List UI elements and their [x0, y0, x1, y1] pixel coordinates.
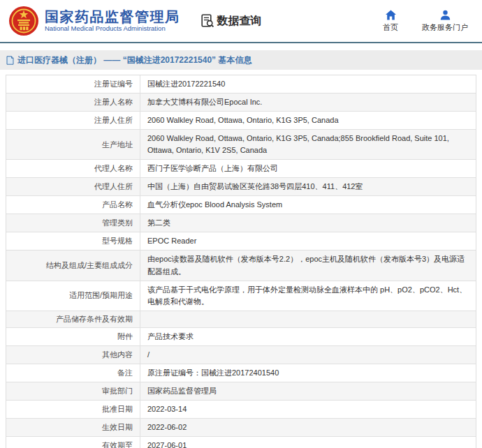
nav-home[interactable]: 首页 [379, 10, 402, 33]
table-row: 适用范围/预期用途该产品基于干式电化学原理，用于体外定量检测动脉全血液样本中的 … [6, 281, 476, 311]
row-value: / [140, 346, 476, 364]
table-row: 型号规格EPOC Reader [6, 232, 476, 251]
table-row: 生效日期2022-06-02 [6, 419, 476, 437]
row-label: 生产地址 [6, 130, 140, 159]
table-row: 结构及组成/主要组成成分由epoc读数器及随机软件（发布版本号2.2），epoc… [6, 251, 476, 281]
row-label: 注册证编号 [6, 75, 140, 93]
row-label: 产品名称 [6, 196, 140, 214]
table-row: 审批部门国家药品监督管理局 [6, 382, 476, 401]
row-label: 有效期至 [6, 437, 140, 448]
site-subtitle: National Medical Products Administration [45, 25, 180, 33]
header-right-nav: 首页 政务服务门户 [379, 10, 474, 33]
home-icon [385, 10, 397, 20]
brand-text: 国家药品监督管理局 National Medical Products Admi… [45, 9, 180, 33]
row-label: 审批部门 [6, 382, 140, 400]
table-row: 注册人名称加拿大艾博科有限公司Epocal Inc. [6, 94, 476, 112]
row-value: 产品技术要求 [140, 328, 476, 345]
table-row: 附件产品技术要求 [6, 328, 476, 346]
row-label: 备注 [6, 364, 140, 382]
site-logo[interactable]: 国家药品监督管理局 National Medical Products Admi… [8, 6, 180, 36]
row-value: 加拿大艾博科有限公司Epocal Inc. [140, 94, 476, 111]
row-label: 管理类别 [6, 214, 140, 232]
breadcrumb-text: 进口医疗器械（注册） —— “国械注进20172221540” 基本信息 [17, 54, 251, 66]
row-value: 国家药品监督管理局 [140, 382, 476, 400]
table-row: 管理类别第二类 [6, 214, 476, 232]
table-row: 产品名称血气分析仪epoc Blood Analysis System [6, 196, 476, 214]
row-label: 注册人名称 [6, 94, 140, 111]
nav-home-label: 首页 [383, 22, 398, 33]
data-query-label: 数据查询 [217, 14, 262, 29]
row-label: 产品储存条件及有效期 [6, 311, 140, 327]
site-header: 国家药品监督管理局 National Medical Products Admi… [0, 0, 482, 43]
row-value: 原注册证编号：国械注进20172401540 [140, 364, 476, 382]
row-value: 国械注进20172221540 [140, 75, 476, 93]
row-label: 其他内容 [6, 346, 140, 364]
row-label: 代理人住所 [6, 178, 140, 195]
row-value: 2022-06-02 [140, 419, 476, 436]
row-value: 该产品基于干式电化学原理，用于体外定量检测动脉全血液样本中的 pH、pO2、pC… [140, 281, 476, 311]
table-row: 代理人住所中国（上海）自由贸易试验区英伦路38号四层410、411、412室 [6, 178, 476, 196]
table-row: 其他内容/ [6, 346, 476, 364]
row-value: 第二类 [140, 214, 476, 232]
row-value: 2022-03-14 [140, 401, 476, 418]
row-value [140, 311, 476, 327]
site-title: 国家药品监督管理局 [45, 9, 180, 25]
row-value: 2060 Walkley Road, Ottawa, Ontario, K1G … [140, 130, 476, 159]
row-value: 由epoc读数器及随机软件（发布版本号2.2），epoc主机及随机软件（发布版本… [140, 251, 476, 280]
data-query-icon [201, 14, 214, 29]
row-label: 附件 [6, 328, 140, 345]
row-label: 代理人名称 [6, 160, 140, 177]
table-row: 产品储存条件及有效期 [6, 311, 476, 328]
row-value: 2060 Walkley Road, Ottawa, Ontario, K1G … [140, 112, 476, 129]
table-row: 注册人住所2060 Walkley Road, Ottawa, Ontario,… [6, 112, 476, 130]
row-value: 血气分析仪epoc Blood Analysis System [140, 196, 476, 214]
document-icon [6, 56, 14, 65]
table-row: 生产地址2060 Walkley Road, Ottawa, Ontario, … [6, 130, 476, 160]
table-row: 代理人名称西门子医学诊断产品（上海）有限公司 [6, 160, 476, 178]
table-row: 注册证编号国械注进20172221540 [6, 75, 476, 94]
row-label: 批准日期 [6, 401, 140, 418]
row-label: 结构及组成/主要组成成分 [6, 251, 140, 280]
page: 国家药品监督管理局 National Medical Products Admi… [0, 0, 482, 448]
row-label: 生效日期 [6, 419, 140, 436]
table-row: 有效期至2027-06-01 [6, 437, 476, 448]
row-value: 西门子医学诊断产品（上海）有限公司 [140, 160, 476, 177]
user-icon [440, 10, 451, 20]
nav-portal[interactable]: 政务服务门户 [422, 10, 468, 33]
table-row: 批准日期2022-03-14 [6, 401, 476, 419]
breadcrumb: 进口医疗器械（注册） —— “国械注进20172221540” 基本信息 [0, 50, 482, 70]
info-table: 注册证编号国械注进20172221540注册人名称加拿大艾博科有限公司Epoca… [6, 75, 476, 448]
row-label: 型号规格 [6, 232, 140, 250]
row-value: 中国（上海）自由贸易试验区英伦路38号四层410、411、412室 [140, 178, 476, 195]
nav-data-query[interactable]: 数据查询 [201, 14, 262, 29]
table-row: 备注原注册证编号：国械注进20172401540 [6, 364, 476, 382]
nmpa-emblem-icon [8, 6, 39, 36]
row-label: 注册人住所 [6, 112, 140, 129]
row-value: 2027-06-01 [140, 437, 476, 448]
row-value: EPOC Reader [140, 232, 476, 250]
nav-portal-label: 政务服务门户 [422, 22, 468, 33]
row-label: 适用范围/预期用途 [6, 281, 140, 311]
